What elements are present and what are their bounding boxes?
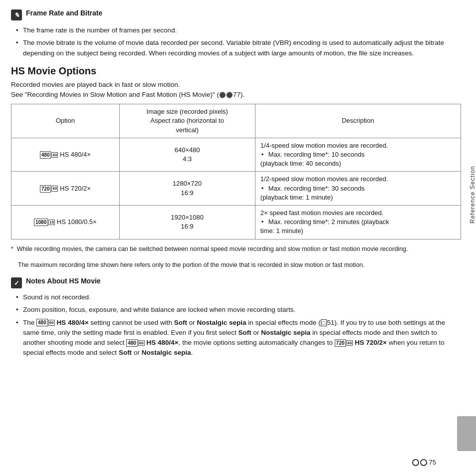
page-number-area: 75 <box>412 459 436 466</box>
hs-intro-2: See "Recording Movies in Slow Motion and… <box>11 91 244 98</box>
badge-ref-480: 480 <box>36 319 48 326</box>
hs-1080-label: HS 1080/0.5× <box>57 218 97 226</box>
badge-720: 720 <box>40 185 51 193</box>
size-1080: 1920×108016:9 <box>119 205 255 239</box>
desc-720: 1/2-speed slow motion movies are recorde… <box>255 172 461 206</box>
option-720: 72060 HS 720/2× <box>11 172 120 206</box>
table-row: 48060 HS 480/4× 640×4804:3 1/4-speed slo… <box>11 138 461 172</box>
hs-720-label: HS 720/2× <box>60 185 91 192</box>
frame-rate-bullet-2: The movie bitrate is the volume of movie… <box>15 38 461 58</box>
notes-title: Notes About HS Movie <box>26 277 101 285</box>
option-480: 48060 HS 480/4× <box>11 138 120 172</box>
footnote-2: The maximum recording time shown here re… <box>11 260 461 270</box>
table-row: 72060 HS 720/2× 1280×72016:9 1/2-speed s… <box>11 172 461 206</box>
footnote-1: * While recording movies, the camera can… <box>11 244 461 254</box>
circle-2 <box>420 459 427 466</box>
side-tab-box <box>457 416 476 451</box>
desc-720-bullet: Max. recording time*: 30 seconds (playba… <box>260 185 365 201</box>
hs-intro-1: Recorded movies are played back in fast … <box>11 80 461 100</box>
badge-ref-720: 720 <box>335 339 346 347</box>
badge-60-1: 60 <box>51 152 58 158</box>
frame-rate-bullets: The frame rate is the number of frames p… <box>15 25 461 58</box>
badge-60-2: 60 <box>51 186 58 192</box>
side-tab-text: Reference Section <box>469 150 476 239</box>
page-number: 75 <box>429 459 436 466</box>
notes-section: ✓ Notes About HS Movie <box>11 277 461 288</box>
check-icon: ✓ <box>11 277 22 288</box>
note-bullet-3: The 48060 HS 480/4× setting cannot be us… <box>15 318 461 358</box>
col-header-option: Option <box>11 104 120 138</box>
note-bullet-2: Zoom position, focus, exposure, and whit… <box>15 305 461 315</box>
notes-bullets: Sound is not recorded. Zoom position, fo… <box>15 292 461 358</box>
page-icon <box>412 459 427 466</box>
col-header-size: Image size (recorded pixels)Aspect ratio… <box>119 104 255 138</box>
hs-heading: HS Movie Options <box>11 65 461 77</box>
desc-1080-bullet: Max. recording time*: 2 minutes (playbac… <box>260 218 389 235</box>
badge-480: 480 <box>40 151 51 159</box>
size-720: 1280×72016:9 <box>119 172 255 206</box>
badge-ref-60: 60 <box>48 320 55 326</box>
desc-480-bullet: Max. recording time*: 10 seconds (playba… <box>260 151 365 167</box>
frame-rate-bullet-1: The frame rate is the number of frames p… <box>15 25 461 35</box>
frame-rate-title: Frame Rate and Bitrate <box>26 9 102 17</box>
note-bullet-1: Sound is not recorded. <box>15 292 461 302</box>
badge-ref-60b: 60 <box>346 340 353 346</box>
hs-options-table: Option Image size (recorded pixels)Aspec… <box>11 104 461 239</box>
badge-ref2-60: 60 <box>138 340 145 346</box>
option-1080: 108015 HS 1080/0.5× <box>11 205 120 239</box>
circle-1 <box>412 459 419 466</box>
note-icon: ✎ <box>11 9 22 20</box>
desc-480: 1/4-speed slow motion movies are recorde… <box>255 138 461 172</box>
hs-480-label: HS 480/4× <box>60 151 91 158</box>
size-480: 640×4804:3 <box>119 138 255 172</box>
badge-ref2-480: 480 <box>126 339 138 347</box>
desc-1080: 2× speed fast motion movies are recorded… <box>255 205 461 239</box>
badge-15: 15 <box>48 220 55 226</box>
col-header-desc: Description <box>255 104 461 138</box>
badge-1080: 1080 <box>34 219 48 226</box>
frame-rate-section: ✎ Frame Rate and Bitrate <box>11 9 461 20</box>
table-row: 108015 HS 1080/0.5× 1920×108016:9 2× spe… <box>11 205 461 239</box>
